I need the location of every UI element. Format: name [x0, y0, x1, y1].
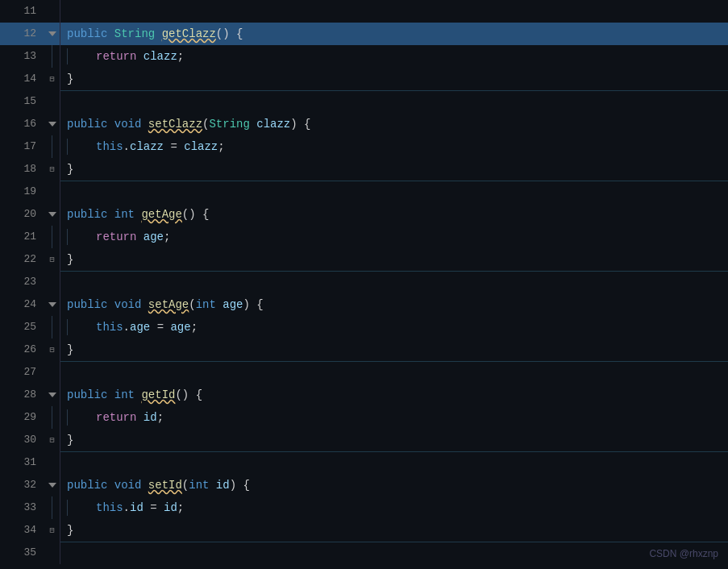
table-row: 11: [0, 0, 728, 23]
fold-gutter[interactable]: [44, 384, 60, 406]
type-string: String: [114, 26, 162, 42]
table-row: 22 ⊟ }: [0, 248, 728, 271]
table-row: 26 ⊟ }: [0, 338, 728, 361]
code-text: [60, 271, 728, 293]
fold-gutter[interactable]: ⊟: [44, 68, 60, 90]
fold-open-icon[interactable]: [48, 302, 56, 307]
keyword-public: public: [67, 477, 114, 493]
code-text: [60, 361, 728, 384]
fold-gutter[interactable]: [44, 316, 60, 338]
punctuation: (: [189, 297, 195, 313]
line-number: 22: [0, 248, 44, 271]
fold-close-icon[interactable]: ⊟: [49, 345, 54, 355]
code-text: [60, 90, 728, 113]
table-row: 21 return age;: [0, 226, 728, 248]
fold-gutter[interactable]: [44, 451, 60, 474]
brace: }: [67, 71, 73, 87]
fold-gutter[interactable]: [44, 542, 60, 564]
section-divider: [60, 451, 728, 452]
table-row: 27: [0, 361, 728, 384]
line-number: 21: [0, 226, 44, 248]
section-divider: [60, 271, 728, 272]
fold-gutter[interactable]: [44, 113, 60, 135]
brace: }: [67, 161, 73, 177]
code-editor: 11 12 public String getClazz() { 13 retu…: [0, 0, 728, 569]
operator: =: [144, 500, 164, 516]
code-text: public void setId(int id) {: [60, 474, 728, 496]
code-text: }: [60, 248, 728, 271]
table-row: 32 public void setId(int id) {: [0, 474, 728, 496]
param-name: clazz: [184, 139, 218, 155]
keyword-void: void: [114, 116, 148, 132]
line-number: 32: [0, 474, 44, 496]
fold-gutter[interactable]: [44, 90, 60, 113]
variable: id: [144, 409, 157, 426]
type-int: int: [196, 297, 223, 313]
fold-gutter[interactable]: [44, 474, 60, 496]
fold-gutter[interactable]: ⊟: [44, 338, 60, 361]
code-text: }: [60, 338, 728, 361]
fold-close-icon[interactable]: ⊟: [49, 525, 54, 535]
brace: }: [67, 342, 73, 358]
line-number: 16: [0, 113, 44, 135]
code-text: public int getAge() {: [60, 203, 728, 226]
fold-open-icon[interactable]: [48, 212, 56, 217]
fold-gutter[interactable]: [44, 45, 60, 68]
table-row: 34 ⊟ }: [0, 519, 728, 542]
fold-close-icon[interactable]: ⊟: [49, 74, 54, 84]
fold-gutter[interactable]: ⊟: [44, 519, 60, 542]
fold-gutter[interactable]: [44, 0, 60, 23]
code-text: }: [60, 429, 728, 451]
fold-gutter[interactable]: [44, 496, 60, 519]
fold-gutter[interactable]: [44, 23, 60, 45]
fold-gutter[interactable]: [44, 135, 60, 158]
type-int: int: [114, 387, 142, 403]
punctuation: ;: [177, 500, 184, 516]
watermark: CSDN @rhxznp: [649, 548, 718, 559]
code-text: [60, 451, 728, 474]
fold-close-icon[interactable]: ⊟: [49, 255, 54, 264]
punctuation: () {: [175, 387, 202, 403]
line-number: 30: [0, 429, 44, 451]
fold-gutter[interactable]: [44, 226, 60, 248]
line-number: 29: [0, 406, 44, 429]
punctuation: ;: [218, 139, 224, 155]
code-text: return id;: [60, 406, 728, 429]
fold-open-icon[interactable]: [48, 122, 56, 127]
section-divider: [60, 90, 728, 91]
table-row: 20 public int getAge() {: [0, 203, 728, 226]
fold-gutter[interactable]: ⊟: [44, 429, 60, 451]
table-row: 29 return id;: [0, 406, 728, 429]
punctuation: .: [123, 139, 130, 155]
fold-gutter[interactable]: [44, 271, 60, 293]
method-name: getAge: [141, 206, 181, 222]
brace: }: [67, 251, 73, 268]
param-name: age: [170, 319, 190, 335]
line-number: 18: [0, 158, 44, 181]
code-text: this.age = age;: [60, 316, 728, 338]
punctuation: () {: [216, 26, 243, 42]
fold-gutter[interactable]: [44, 181, 60, 203]
fold-open-icon[interactable]: [48, 483, 56, 488]
code-text: return age;: [60, 226, 728, 248]
table-row: 12 public String getClazz() {: [0, 23, 728, 45]
keyword-this: this: [96, 319, 123, 335]
line-number: 28: [0, 384, 44, 406]
variable: clazz: [144, 48, 177, 64]
fold-gutter[interactable]: [44, 361, 60, 384]
punctuation: () {: [182, 206, 210, 222]
variable: age: [130, 319, 150, 335]
fold-close-icon[interactable]: ⊟: [49, 435, 54, 445]
fold-close-icon[interactable]: ⊟: [49, 164, 54, 174]
fold-gutter[interactable]: [44, 203, 60, 226]
fold-gutter[interactable]: [44, 406, 60, 429]
fold-open-icon[interactable]: [48, 392, 56, 397]
fold-gutter[interactable]: ⊟: [44, 248, 60, 271]
fold-gutter[interactable]: ⊟: [44, 158, 60, 181]
table-row: 23: [0, 271, 728, 293]
keyword-public: public: [67, 387, 114, 403]
fold-open-icon[interactable]: [48, 31, 56, 36]
fold-gutter[interactable]: [44, 293, 60, 316]
variable: clazz: [130, 139, 164, 155]
brace: }: [67, 432, 73, 448]
